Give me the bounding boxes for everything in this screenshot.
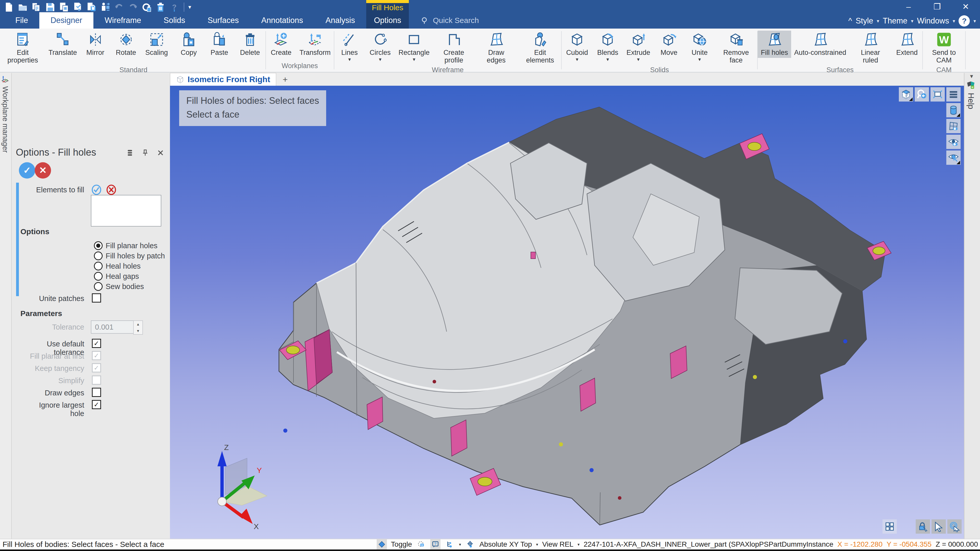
send-to-cam-button[interactable]: Send to CAM bbox=[923, 30, 965, 65]
collapse-ribbon-icon[interactable]: ^ bbox=[848, 16, 852, 25]
fill-holes-button[interactable]: Fill holes bbox=[758, 30, 791, 58]
circles-button[interactable]: Circles▼ bbox=[365, 30, 396, 64]
edit-elements-button[interactable]: Edit elements bbox=[519, 30, 561, 65]
visibility-toggle-button[interactable] bbox=[946, 135, 961, 149]
unite-patches-checkbox[interactable] bbox=[92, 293, 101, 303]
tab-solids[interactable]: Solids bbox=[152, 12, 196, 29]
create-workplane-button[interactable]: Create bbox=[266, 30, 297, 58]
render-mode-button[interactable] bbox=[946, 103, 961, 118]
tab-designer[interactable]: Designer bbox=[39, 12, 94, 29]
edit-properties-button[interactable]: Edit properties bbox=[2, 30, 44, 65]
minimize-button[interactable]: – bbox=[894, 0, 923, 13]
help-caret-icon[interactable]: ▾ bbox=[974, 18, 976, 24]
unite-button[interactable]: Unite▼ bbox=[684, 30, 715, 64]
lock-selection-button[interactable] bbox=[916, 519, 930, 534]
workplane-manager-tab[interactable]: Workplane manager bbox=[0, 75, 10, 153]
rotate-button[interactable]: Rotate bbox=[111, 30, 142, 58]
help-tab[interactable]: Help bbox=[966, 81, 976, 109]
tab-annotations[interactable]: Annotations bbox=[250, 12, 314, 29]
clear-selection-icon[interactable] bbox=[106, 184, 117, 195]
origin-snap-icon[interactable] bbox=[465, 539, 475, 549]
cancel-button[interactable]: ✕ bbox=[35, 162, 51, 179]
rectangle-dropdown-icon[interactable]: ▼ bbox=[412, 57, 416, 62]
cuboid-dropdown-icon[interactable]: ▼ bbox=[575, 57, 579, 62]
rectangle-button[interactable]: Rectangle▼ bbox=[396, 30, 433, 64]
tab-options[interactable]: Options bbox=[366, 12, 409, 29]
zoom-previous-button[interactable] bbox=[915, 87, 929, 102]
snap-cursor-button[interactable] bbox=[947, 519, 962, 534]
fit-view-button[interactable] bbox=[931, 87, 945, 102]
theme-menu[interactable]: Theme bbox=[883, 16, 907, 25]
tab-wireframe[interactable]: Wireframe bbox=[94, 12, 152, 29]
window-layout-button[interactable] bbox=[883, 519, 897, 534]
workplane-toggle-button[interactable] bbox=[946, 119, 961, 133]
blends-button[interactable]: Blends▼ bbox=[592, 30, 623, 64]
delete-button[interactable]: Delete bbox=[235, 30, 266, 58]
cad-model[interactable] bbox=[170, 86, 964, 539]
radio-fill-planar-holes[interactable]: Fill planar holes bbox=[94, 241, 158, 250]
coordinate-mode[interactable]: Absolute XY Top bbox=[479, 540, 532, 548]
radio-heal-holes[interactable]: Heal holes bbox=[94, 262, 141, 270]
translate-button[interactable]: Translate bbox=[45, 30, 80, 58]
select-cursor-button[interactable] bbox=[932, 519, 946, 534]
view-cube-button[interactable] bbox=[899, 87, 913, 102]
transform-workplane-button[interactable]: Transform bbox=[297, 30, 334, 58]
tolerance-input[interactable]: 0.001 bbox=[91, 321, 137, 333]
cuboid-button[interactable]: Cuboid▼ bbox=[562, 30, 592, 64]
restore-button[interactable]: ❐ bbox=[923, 0, 951, 13]
unite-dropdown-icon[interactable]: ▼ bbox=[697, 57, 702, 62]
draw-edges-button[interactable]: Draw edges bbox=[475, 30, 517, 65]
tab-surfaces[interactable]: Surfaces bbox=[196, 12, 250, 29]
query-icon[interactable]: ? bbox=[430, 539, 441, 549]
viewport-tab-isometric[interactable]: Isometric Front Right bbox=[170, 73, 276, 86]
extrude-dropdown-icon[interactable]: ▼ bbox=[636, 57, 641, 62]
extrude-button[interactable]: Extrude▼ bbox=[623, 30, 654, 64]
remove-face-button[interactable]: Remove face bbox=[715, 30, 757, 65]
blends-dropdown-icon[interactable]: ▼ bbox=[606, 57, 610, 62]
panel-list-icon[interactable] bbox=[126, 148, 134, 157]
tree-filter-caret-icon[interactable]: ▾ bbox=[459, 542, 461, 547]
view-rel-caret-icon[interactable]: ▾ bbox=[578, 542, 579, 547]
toggle-label[interactable]: Toggle bbox=[391, 540, 412, 548]
elements-to-fill-list[interactable] bbox=[91, 195, 161, 227]
tolerance-spinner[interactable]: ▲▼ bbox=[133, 321, 143, 335]
auto-constrained-button[interactable]: Auto-constrained bbox=[791, 30, 850, 58]
style-menu[interactable]: Style bbox=[856, 16, 873, 25]
view-menu-button[interactable] bbox=[946, 87, 961, 102]
tree-filter-icon[interactable] bbox=[445, 539, 455, 549]
viewport-3d[interactable]: Fill Holes of bodies: Select faces Selec… bbox=[170, 86, 964, 539]
tab-file[interactable]: File bbox=[4, 12, 39, 29]
radio-sew-bodies[interactable]: Sew bodies bbox=[94, 282, 144, 291]
selection-bubble-icon[interactable] bbox=[416, 539, 426, 549]
spinner-down-icon[interactable]: ▼ bbox=[134, 327, 142, 334]
show-select-button[interactable] bbox=[946, 151, 961, 165]
windows-menu[interactable]: Windows bbox=[917, 16, 949, 25]
scaling-button[interactable]: Scaling bbox=[142, 30, 172, 58]
help-button[interactable]: ? bbox=[959, 15, 970, 27]
create-profile-button[interactable]: Create profile bbox=[433, 30, 475, 65]
radio-heal-gaps[interactable]: Heal gaps bbox=[94, 272, 139, 281]
ignore-largest-hole-checkbox[interactable]: ✓ bbox=[92, 400, 101, 409]
quick-search[interactable]: Quick Search bbox=[409, 12, 490, 29]
tab-analysis[interactable]: Analysis bbox=[314, 12, 366, 29]
toggle-diamond-icon[interactable] bbox=[377, 539, 387, 549]
extend-button[interactable]: Extend bbox=[892, 30, 922, 58]
view-rel[interactable]: View REL bbox=[542, 540, 573, 548]
use-default-tolerance-checkbox[interactable]: ✓ bbox=[92, 339, 101, 348]
copy-button[interactable]: Copy bbox=[173, 30, 204, 58]
ok-button[interactable]: ✓ bbox=[19, 162, 35, 179]
coordinate-mode-caret-icon[interactable]: ▾ bbox=[536, 542, 538, 547]
linear-ruled-button[interactable]: Linear ruled bbox=[850, 30, 892, 65]
new-viewport-tab-button[interactable]: + bbox=[276, 73, 294, 86]
circles-dropdown-icon[interactable]: ▼ bbox=[378, 57, 382, 62]
lines-dropdown-icon[interactable]: ▼ bbox=[347, 57, 352, 62]
lines-button[interactable]: Lines▼ bbox=[334, 30, 365, 64]
move-solid-button[interactable]: Move bbox=[654, 30, 684, 58]
panel-pin-icon[interactable] bbox=[141, 148, 150, 157]
panel-close-icon[interactable] bbox=[156, 148, 165, 157]
draw-edges-checkbox[interactable] bbox=[92, 388, 101, 397]
mirror-button[interactable]: Mirror bbox=[80, 30, 111, 58]
radio-fill-holes-by-patch[interactable]: Fill holes by patch bbox=[94, 251, 165, 260]
dock-dropdown-icon[interactable]: ▼ bbox=[969, 73, 974, 79]
paste-button[interactable]: Paste bbox=[204, 30, 235, 58]
